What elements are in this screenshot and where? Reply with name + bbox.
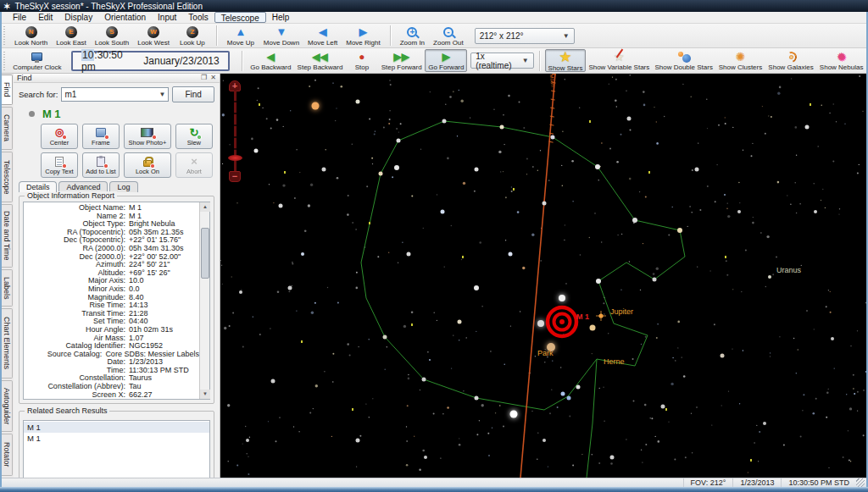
show-photo-button[interactable]: Show Photo+ — [124, 124, 171, 149]
show-variable-stars-button[interactable]: ★Show Variable Stars — [586, 49, 652, 72]
go-forward-button[interactable]: ▶Go Forward — [425, 49, 467, 72]
step-forward-button[interactable]: ▶▶Step Forward — [378, 49, 425, 72]
status-badge-icon — [62, 135, 67, 140]
object-information-list[interactable]: Object Name:M 1Name 2:M 1Object Type:Bri… — [24, 202, 199, 399]
look-east-button[interactable]: ELook East — [52, 25, 91, 47]
sidebar-tab-labels[interactable]: Labels — [2, 269, 13, 307]
move-left-button[interactable]: ◀Move Left — [303, 25, 342, 47]
slew-button[interactable]: ↻Slew — [175, 124, 213, 149]
sidebar-tab-telescope[interactable]: Telescope — [2, 152, 13, 202]
move-up-button[interactable]: ▲Move Up — [222, 25, 259, 47]
background-star — [738, 182, 739, 183]
background-star — [797, 349, 798, 351]
show-double-stars-button[interactable]: Show Double Stars — [652, 49, 715, 72]
zoom-out-slider-button[interactable]: − — [229, 171, 241, 182]
sidebar-tab-find[interactable]: Find — [2, 75, 13, 105]
toolbar-button-label: Move Left — [308, 39, 337, 47]
go-backward-button[interactable]: ◀Go Backward — [248, 49, 294, 72]
menu-item-input[interactable]: Input — [152, 12, 182, 23]
sidebar-tab-chart-elements[interactable]: Chart Elements — [2, 308, 13, 379]
menu-item-help[interactable]: Help — [266, 12, 296, 23]
star — [287, 286, 292, 290]
lock-on-button[interactable]: Lock On — [124, 152, 171, 178]
look-west-button[interactable]: WLook West — [133, 25, 174, 47]
tab-details[interactable]: Details — [19, 181, 58, 192]
zoom-slider[interactable]: + − — [227, 80, 242, 182]
background-star — [459, 340, 459, 340]
scrollbar-thumb[interactable] — [201, 228, 209, 279]
menu-item-orientation[interactable]: Orientation — [98, 12, 152, 23]
menu-item-telescope[interactable]: Telescope — [214, 12, 266, 23]
resize-grip[interactable] — [856, 478, 865, 487]
move-right-button[interactable]: ▶Move Right — [342, 25, 384, 47]
related-results-list[interactable]: M 1M 1 — [23, 420, 210, 486]
background-star — [643, 104, 646, 107]
background-star — [449, 96, 452, 98]
zoom-in-button[interactable]: +Zoom In — [396, 25, 429, 47]
toolbar-grip[interactable] — [3, 52, 8, 70]
rate-dropdown[interactable]: 1x (realtime)▼ — [470, 53, 533, 69]
sidebar-tab-autoguider[interactable]: Autoguider — [2, 380, 13, 432]
center-button[interactable]: ◎Center — [41, 124, 78, 149]
background-star — [603, 387, 604, 388]
find-panel-header[interactable]: Find ❐ ✕ — [14, 74, 220, 83]
background-star — [617, 235, 618, 235]
fov-dropdown[interactable]: 212° x 212°▼ — [475, 28, 575, 44]
computer-clock-button[interactable]: Computer Clock — [10, 49, 64, 72]
show-stars-button[interactable]: ★Show Stars — [545, 49, 587, 72]
sidebar-tab-date-and-time[interactable]: Date and Time — [2, 204, 13, 268]
background-star — [758, 461, 759, 462]
copy-text-button[interactable]: Copy Text — [41, 152, 78, 178]
background-star — [508, 95, 510, 97]
zoom-slider-thumb[interactable] — [228, 155, 242, 161]
frame-button[interactable]: Frame — [82, 124, 120, 149]
sidebar-tab-camera[interactable]: Camera — [2, 107, 13, 151]
background-star — [544, 362, 545, 362]
chevron-down-icon[interactable]: ▼ — [159, 91, 166, 98]
add-to-list-button[interactable]: Add to List — [82, 152, 120, 178]
search-input[interactable]: m1 ▼ — [61, 87, 169, 102]
scroll-down-icon[interactable]: ▼ — [200, 390, 210, 399]
look-south-button[interactable]: SLook South — [91, 25, 133, 47]
title-bar[interactable]: ✶ TheSkyX session* - TheSkyX Professiona… — [0, 0, 868, 12]
move-down-button[interactable]: ▼Move Down — [259, 25, 303, 47]
sky-chart[interactable]: + − M 1JupiterParkHerneUranusMoon — [220, 74, 866, 478]
zoom-out-button[interactable]: -Zoom Out — [429, 25, 468, 47]
chevron-down-icon[interactable]: ▼ — [522, 57, 529, 64]
find-button[interactable]: Find — [172, 86, 214, 102]
scroll-up-icon[interactable]: ▲ — [200, 202, 210, 212]
float-panel-icon[interactable]: ❐ — [201, 74, 207, 82]
background-star — [245, 426, 246, 427]
background-star — [384, 369, 385, 370]
background-star — [259, 334, 261, 335]
report-scrollbar[interactable]: ▲ ▼ — [199, 202, 209, 399]
step-backward-button[interactable]: ◀◀Step Backward — [294, 49, 346, 72]
time-hours[interactable]: 10 — [81, 49, 94, 61]
toolbar-grip[interactable] — [3, 26, 8, 45]
menu-item-tools[interactable]: Tools — [182, 12, 214, 23]
background-star — [641, 450, 642, 451]
list-item[interactable]: M 1 — [24, 433, 209, 444]
menu-item-file[interactable]: File — [7, 12, 32, 23]
close-panel-icon[interactable]: ✕ — [210, 74, 216, 82]
look-up-button[interactable]: ZLook Up — [174, 25, 211, 47]
stop-button[interactable]: ●Stop — [346, 49, 378, 72]
time-date-box[interactable]: 10:30:50 pmJanuary/23/2013 — [71, 51, 230, 71]
asteroid-marker-icon — [810, 103, 811, 106]
background-star — [549, 412, 551, 414]
menu-item-edit[interactable]: Edit — [32, 12, 58, 23]
sidebar-tab-rotator[interactable]: Rotator — [2, 434, 13, 476]
background-star — [459, 90, 459, 91]
menu-item-display[interactable]: Display — [58, 12, 98, 23]
show-nebulas-button[interactable]: ✹Show Nebulas — [816, 49, 866, 72]
background-star — [603, 302, 604, 304]
date-value[interactable]: January/23/2013 — [143, 55, 219, 67]
list-item[interactable]: M 1 — [24, 422, 209, 433]
background-star — [262, 108, 263, 108]
show-clusters-button[interactable]: ✺Show Clusters — [715, 49, 765, 72]
show-galaxies-button[interactable]: Show Galaxies — [765, 49, 816, 72]
background-star — [649, 417, 650, 418]
look-north-button[interactable]: NLook North — [10, 25, 52, 47]
background-star — [304, 230, 307, 233]
chevron-down-icon[interactable]: ▼ — [563, 32, 570, 40]
